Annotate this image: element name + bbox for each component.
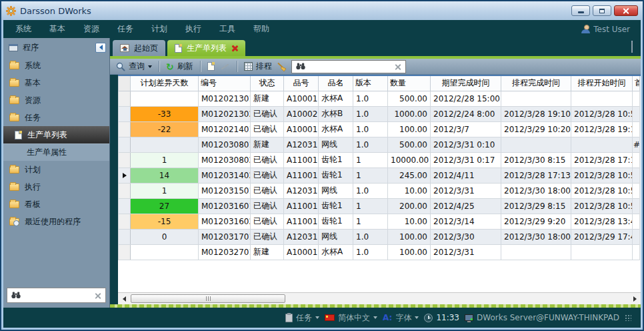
qty-cell[interactable]: 500.00 xyxy=(388,137,431,152)
sched-start-cell[interactable] xyxy=(571,137,633,152)
sidebar-search-input[interactable] xyxy=(25,291,91,300)
sidebar-item-2[interactable]: 资源 xyxy=(3,91,109,109)
scroll-left-button[interactable] xyxy=(119,296,129,302)
scroll-right-button[interactable] xyxy=(630,296,639,302)
table-row[interactable]: M012021301新建A10001水杯A1.0500.002012/2/28 … xyxy=(119,91,640,106)
status-cell[interactable]: 已确认 xyxy=(251,152,284,168)
sidebar-item-8[interactable]: 看板 xyxy=(3,196,109,213)
minimize-button[interactable] xyxy=(571,5,590,16)
table-row[interactable]: 1M012031501已确认A12031网线1.010.002012/3/312… xyxy=(119,183,640,198)
item-no-cell[interactable]: A11001 xyxy=(284,152,319,168)
item-no-cell[interactable]: A11001 xyxy=(284,214,319,229)
item-no-cell[interactable]: A10002 xyxy=(284,106,319,121)
table-row[interactable]: M012032701新建A10001水杯A1.0100.002012/3/31 xyxy=(119,244,640,260)
sched-end-cell[interactable]: 2012/3/30 18:00 xyxy=(501,229,571,244)
version-cell[interactable]: 1 xyxy=(353,214,388,229)
item-no-cell[interactable]: A10001 xyxy=(284,91,319,106)
due-cell[interactable]: 2012/3/31 0:17 xyxy=(431,152,501,168)
status-cell[interactable]: 新建 xyxy=(251,91,284,106)
diff-days-cell[interactable]: 0 xyxy=(131,229,199,244)
grid-header-col-2[interactable]: 状态 xyxy=(251,76,284,91)
qty-cell[interactable]: 10.00 xyxy=(388,214,431,229)
item-no-cell[interactable]: A12031 xyxy=(284,229,319,244)
sched-end-cell[interactable]: 2012/3/29 9:20 xyxy=(501,214,571,229)
new-button[interactable] xyxy=(207,62,215,71)
status-cell[interactable]: 新建 xyxy=(251,137,284,152)
version-cell[interactable]: 1 xyxy=(353,152,388,168)
status-cell[interactable]: 已确认 xyxy=(251,214,284,229)
version-cell[interactable]: 1.0 xyxy=(353,229,388,244)
sched-start-cell[interactable]: 2012/3/28 17:13 xyxy=(571,152,633,168)
resize-grip[interactable] xyxy=(625,314,631,321)
sched-end-cell[interactable]: 2012/3/28 19:10 xyxy=(501,106,571,121)
item-name-cell[interactable]: 网线 xyxy=(319,229,353,244)
diff-days-cell[interactable]: 14 xyxy=(131,168,199,183)
grid-header-col-9[interactable]: 排程开始时间 xyxy=(571,76,633,91)
table-row[interactable]: -22M012021401已确认A10001水杯A1.0100.002012/3… xyxy=(119,121,640,137)
status-cell[interactable]: 新建 xyxy=(251,244,284,260)
id-cell[interactable]: M012031701 xyxy=(199,229,251,244)
menu-item-2[interactable]: 资源 xyxy=(83,23,99,35)
scrollbar-thumb[interactable] xyxy=(131,294,285,303)
item-name-cell[interactable]: 水杯A xyxy=(319,244,353,260)
sidebar-item-6[interactable]: 计划 xyxy=(3,161,109,178)
row-selector-cell[interactable] xyxy=(119,121,131,137)
version-cell[interactable]: 1 xyxy=(353,198,388,214)
extra-cell[interactable] xyxy=(633,229,640,244)
grid-header-col-8[interactable]: 排程完成时间 xyxy=(501,76,571,91)
clear-grid-search-icon[interactable] xyxy=(395,63,401,70)
close-button[interactable] xyxy=(614,5,638,16)
diff-days-cell[interactable]: 1 xyxy=(131,183,199,198)
table-row[interactable]: 1M012030802已确认A11001齿轮1110000.002012/3/3… xyxy=(119,152,640,168)
id-cell[interactable]: M012031402 xyxy=(199,168,251,183)
qty-cell[interactable]: 100.00 xyxy=(388,244,431,260)
tab-0[interactable]: 起始页 xyxy=(113,40,165,56)
sidebar-item-9[interactable]: 最近使用的程序 xyxy=(3,213,109,230)
status-cell[interactable]: 已确认 xyxy=(251,168,284,183)
extra-cell[interactable] xyxy=(633,121,640,137)
version-cell[interactable]: 1.0 xyxy=(353,244,388,260)
table-row[interactable]: -33M012021302已确认A10002水杯B1.01000.002012/… xyxy=(119,106,640,121)
horizontal-scrollbar[interactable] xyxy=(118,292,641,304)
sched-start-cell[interactable]: 2012/3/28 10:52 xyxy=(571,198,633,214)
version-cell[interactable]: 1.0 xyxy=(353,91,388,106)
sidebar-collapse-button[interactable] xyxy=(95,43,106,53)
item-name-cell[interactable]: 水杯A xyxy=(319,121,353,137)
item-no-cell[interactable]: A10001 xyxy=(284,121,319,137)
sched-start-cell[interactable]: 2012/3/28 19:10 xyxy=(571,121,633,137)
due-cell[interactable]: 2012/3/14 xyxy=(431,214,501,229)
grid-header-col-4[interactable]: 品名 xyxy=(319,76,353,91)
due-cell[interactable]: 2012/4/25 xyxy=(431,198,501,214)
refresh-button[interactable]: ↻ 刷新 xyxy=(166,61,193,72)
status-cell[interactable]: 已确认 xyxy=(251,106,284,121)
row-selector-cell[interactable] xyxy=(119,198,131,214)
diff-days-cell[interactable]: 1 xyxy=(131,152,199,168)
sched-start-cell[interactable] xyxy=(571,244,633,260)
menu-item-4[interactable]: 计划 xyxy=(151,23,167,35)
item-name-cell[interactable]: 齿轮1 xyxy=(319,152,353,168)
version-cell[interactable]: 1.0 xyxy=(353,106,388,121)
grid-header-col-6[interactable]: 数量 xyxy=(388,76,431,91)
sidebar-item-5[interactable]: 生产单属性 xyxy=(3,143,109,161)
maximize-button[interactable] xyxy=(593,5,611,16)
item-no-cell[interactable]: A12031 xyxy=(284,137,319,152)
table-row[interactable]: 27M012031601已确认A11001齿轮11200.002012/4/25… xyxy=(119,198,640,214)
extra-cell[interactable] xyxy=(633,152,640,168)
row-selector-cell[interactable] xyxy=(119,229,131,244)
diff-days-cell[interactable] xyxy=(131,91,199,106)
qty-cell[interactable]: 10.00 xyxy=(388,183,431,198)
row-selector-cell[interactable] xyxy=(119,244,131,260)
menu-item-7[interactable]: 帮助 xyxy=(253,23,269,35)
sidebar-item-7[interactable]: 执行 xyxy=(3,178,109,196)
item-name-cell[interactable]: 齿轮1 xyxy=(319,198,353,214)
due-cell[interactable]: 2012/3/31 0:10 xyxy=(431,137,501,152)
item-no-cell[interactable]: A12031 xyxy=(284,183,319,198)
menu-item-5[interactable]: 执行 xyxy=(185,23,201,35)
sched-start-cell[interactable]: 2012/3/29 17:46 xyxy=(571,229,633,244)
extra-cell[interactable] xyxy=(633,183,640,198)
qty-cell[interactable]: 1000.00 xyxy=(388,106,431,121)
sched-start-cell[interactable]: 2012/3/28 10:52 xyxy=(571,106,633,121)
due-cell[interactable]: 2012/3/31 xyxy=(431,183,501,198)
grid-header-col-5[interactable]: 版本 xyxy=(353,76,388,91)
extra-cell[interactable]: # xyxy=(633,137,640,152)
